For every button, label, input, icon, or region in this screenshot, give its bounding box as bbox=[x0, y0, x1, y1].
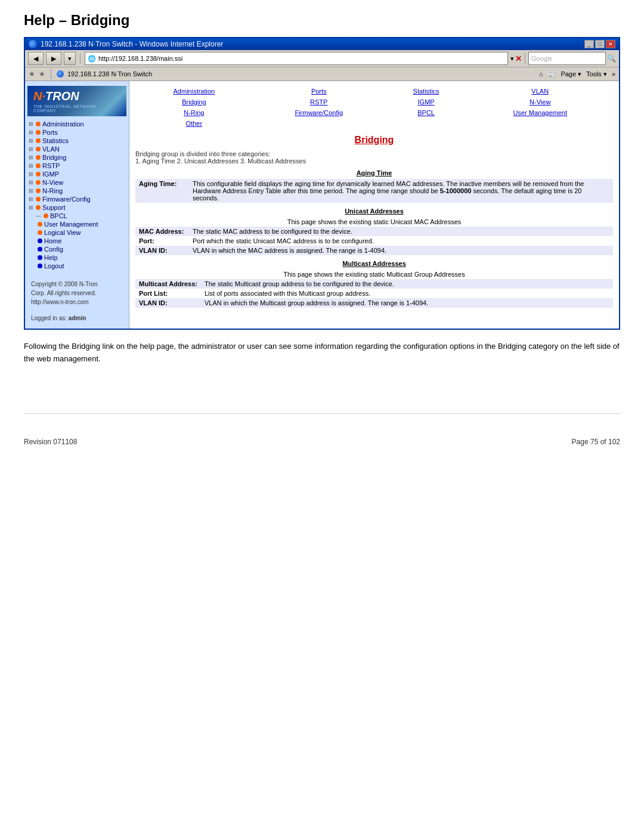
dropdown-button[interactable]: ▾ bbox=[64, 52, 76, 65]
sidebar-label-nview: N-View bbox=[42, 179, 63, 186]
sidebar-item-bpcl[interactable]: — BPCL bbox=[27, 212, 126, 220]
sidebar-label-rstp: RSTP bbox=[42, 162, 60, 169]
search-placeholder: Google bbox=[531, 55, 552, 62]
sidebar-item-support[interactable]: ⊞ Support bbox=[27, 203, 126, 212]
nav-row-1: Administration Ports Statistics VLAN bbox=[135, 86, 613, 97]
nav-statistics[interactable]: Statistics bbox=[413, 88, 439, 95]
sidebar-label-usermgmt: User Management bbox=[44, 221, 98, 228]
bullet-config bbox=[38, 247, 42, 252]
aging-time-desc: This configurable field displays the agi… bbox=[189, 179, 613, 203]
address-url: http://192.168.1.238/main.ssi bbox=[98, 55, 182, 62]
intro-text: Bridging group is divided into three cat… bbox=[135, 150, 270, 157]
nav-firmware[interactable]: Firmware/Config bbox=[295, 109, 343, 116]
expand-icon-support: ⊞ bbox=[29, 205, 33, 210]
sidebar-item-nview[interactable]: ⊞ N-View bbox=[27, 178, 126, 187]
toolbar-separator bbox=[80, 53, 80, 64]
multicast-heading: Multicast Addresses bbox=[135, 260, 613, 267]
sidebar-item-ports[interactable]: ⊞ Ports bbox=[27, 128, 126, 137]
forward-button[interactable]: ▶ bbox=[46, 52, 61, 65]
unicast-heading: Unicast Addresses bbox=[135, 208, 613, 215]
stop-button[interactable]: ✕ bbox=[515, 54, 522, 63]
sidebar-label-administration: Administration bbox=[42, 120, 84, 128]
maximize-button[interactable]: □ bbox=[595, 40, 605, 48]
nav-rstp[interactable]: RSTP bbox=[310, 98, 327, 106]
vlan-id-row: VLAN ID: VLAN in which the MAC address i… bbox=[135, 246, 613, 255]
expand-icon-nring: ⊞ bbox=[29, 188, 33, 194]
bullet-bridging bbox=[36, 155, 41, 160]
nav-bpcl[interactable]: BPCL bbox=[417, 109, 435, 116]
dropdown-arrow[interactable]: ▾ bbox=[510, 55, 514, 63]
globe-icon: 🌐 bbox=[88, 55, 96, 63]
nav-row-3: N-Ring Firmware/Config BPCL User Managem… bbox=[135, 107, 613, 118]
sidebar-item-vlan[interactable]: ⊞ VLAN bbox=[27, 145, 126, 153]
fav-ie-icon bbox=[57, 70, 64, 78]
bullet-igmp bbox=[36, 172, 41, 176]
bullet-ports bbox=[36, 130, 41, 135]
favorites-star[interactable]: ★ bbox=[29, 70, 35, 78]
sidebar-label-bpcl: BPCL bbox=[50, 212, 67, 219]
nav-row-2: Bridging RSTP IGMP N-View bbox=[135, 97, 613, 107]
sidebar-item-statistics[interactable]: ⊞ Statistics bbox=[27, 137, 126, 145]
mac-address-desc: The static MAC address to be configured … bbox=[189, 227, 613, 236]
browser-titlebar-left: 192.168.1.238 N·Tron Switch - Windows In… bbox=[29, 40, 223, 48]
logo-tagline: THE INDUSTRIAL NETWORK COMPANY bbox=[33, 104, 120, 113]
nav-other[interactable]: Other bbox=[186, 120, 203, 127]
address-bar[interactable]: 🌐 http://192.168.1.238/main.ssi bbox=[85, 52, 508, 65]
port-label: Port: bbox=[135, 236, 189, 246]
sidebar-item-nring[interactable]: ⊞ N-Ring bbox=[27, 187, 126, 195]
favorites-link[interactable]: 192.168.1.238 N·Tron Switch bbox=[67, 70, 152, 78]
nav-nview[interactable]: N-View bbox=[530, 98, 550, 106]
sidebar-item-help[interactable]: Help bbox=[27, 253, 126, 262]
page-menu[interactable]: Page ▾ bbox=[561, 70, 581, 78]
sidebar-item-bridging[interactable]: ⊞ Bridging bbox=[27, 153, 126, 162]
bullet-home bbox=[38, 239, 42, 243]
feeds-icon[interactable]: 📰 bbox=[547, 70, 556, 78]
expand-icon-bpcl: — bbox=[36, 213, 41, 219]
extend-button[interactable]: » bbox=[612, 70, 615, 78]
sidebar-label-firmware: Firmware/Config bbox=[42, 196, 91, 203]
sidebar-item-logicalview[interactable]: Logical View bbox=[27, 228, 126, 237]
sidebar-copyright: Copyright © 2008 N-TronCorp. All rights … bbox=[27, 277, 126, 309]
bridging-title: Bridging bbox=[135, 135, 613, 145]
sidebar-item-firmware[interactable]: ⊞ Firmware/Config bbox=[27, 195, 126, 203]
sidebar-item-config[interactable]: Config bbox=[27, 245, 126, 253]
mac-address-label: MAC Address: bbox=[135, 227, 189, 236]
sidebar-item-igmp[interactable]: ⊞ IGMP bbox=[27, 170, 126, 178]
home-icon[interactable]: ⌂ bbox=[539, 70, 543, 78]
search-icon[interactable]: 🔍 bbox=[607, 54, 616, 63]
nav-usermgmt[interactable]: User Management bbox=[513, 109, 567, 116]
expand-icon-rstp: ⊞ bbox=[29, 163, 33, 169]
footer-divider bbox=[24, 413, 620, 414]
sidebar-logged-in: Logged in as: admin bbox=[27, 312, 126, 324]
nav-bridging[interactable]: Bridging bbox=[182, 98, 206, 106]
add-favorites[interactable]: ★ bbox=[39, 70, 45, 78]
sidebar-item-rstp[interactable]: ⊞ RSTP bbox=[27, 162, 126, 170]
sidebar-item-home[interactable]: Home bbox=[27, 237, 126, 245]
search-box[interactable]: Google bbox=[528, 52, 606, 65]
bullet-nring bbox=[36, 188, 41, 193]
bullet-firmware bbox=[36, 197, 41, 202]
back-button[interactable]: ◀ bbox=[28, 52, 44, 65]
unicast-table: This page shows the existing static Unic… bbox=[135, 217, 613, 255]
minimize-button[interactable]: _ bbox=[584, 40, 594, 48]
aging-time-table: Aging Time: This configurable field disp… bbox=[135, 179, 613, 203]
close-button[interactable]: ✕ bbox=[606, 40, 615, 48]
bottom-description: Following the Bridging link on the help … bbox=[24, 340, 620, 366]
sidebar-item-administration[interactable]: ⊞ Administration bbox=[27, 120, 126, 128]
sidebar-label-bridging: Bridging bbox=[42, 154, 66, 161]
tools-menu[interactable]: Tools ▾ bbox=[586, 70, 607, 78]
page-info: Page 75 of 102 bbox=[572, 438, 620, 446]
nav-ports[interactable]: Ports bbox=[311, 88, 327, 95]
favorites-label: 192.168.1.238 N·Tron Switch bbox=[67, 70, 152, 78]
sidebar-item-usermgmt[interactable]: User Management bbox=[27, 220, 126, 228]
nav-igmp[interactable]: IGMP bbox=[418, 98, 435, 106]
nav-vlan[interactable]: VLAN bbox=[531, 88, 549, 95]
bullet-logout bbox=[38, 264, 42, 268]
sidebar-item-logout[interactable]: Logout bbox=[27, 262, 126, 270]
nav-nring[interactable]: N-Ring bbox=[184, 109, 204, 116]
window-controls[interactable]: _ □ ✕ bbox=[584, 40, 615, 48]
browser-titlebar: 192.168.1.238 N·Tron Switch - Windows In… bbox=[25, 38, 619, 50]
main-content-area: Administration Ports Statistics VLAN Bri… bbox=[129, 81, 619, 329]
nav-administration[interactable]: Administration bbox=[174, 88, 215, 95]
multicast-table: This page shows the existing static Mult… bbox=[135, 270, 613, 308]
